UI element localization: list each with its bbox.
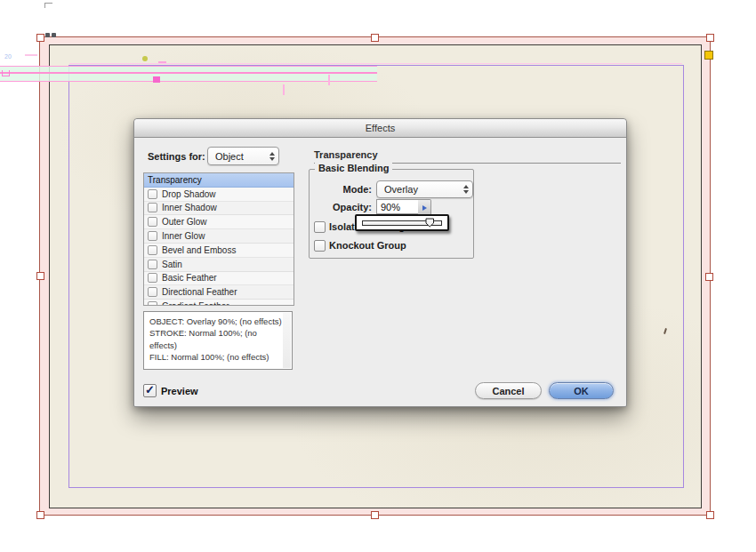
handle-bottom-right[interactable] [706, 511, 714, 519]
opacity-slider-knob[interactable] [425, 218, 435, 228]
guide-mark [283, 84, 285, 95]
handle-middle-right[interactable] [705, 273, 713, 281]
effect-checkbox[interactable] [148, 217, 157, 227]
isolate-blending-checkbox[interactable] [314, 221, 326, 233]
mode-value: Overlay [384, 184, 418, 195]
handle-top-center[interactable] [371, 34, 379, 42]
effects-list-item[interactable]: Gradient Feather [144, 300, 294, 306]
effect-checkbox[interactable] [148, 245, 157, 255]
dialog-title: Effects [366, 123, 395, 133]
settings-for-value: Object [215, 151, 244, 162]
effect-label: Inner Shadow [162, 203, 217, 212]
handle-top-right[interactable] [706, 34, 714, 42]
guide-mark [2, 70, 10, 76]
effects-list-item[interactable]: Satin [144, 258, 294, 272]
effect-label: Gradient Feather [162, 301, 229, 306]
arrow-right-icon [422, 205, 427, 211]
dialog-titlebar[interactable]: Effects [134, 119, 626, 138]
effect-label: Basic Feather [162, 273, 217, 283]
ok-button[interactable]: OK [549, 382, 614, 399]
effect-checkbox[interactable] [148, 301, 157, 306]
effect-label: Drop Shadow [162, 189, 216, 199]
guide-line [0, 81, 377, 82]
guide-line [0, 66, 377, 67]
cancel-button-label: Cancel [492, 386, 524, 396]
guide-mark [158, 61, 166, 63]
scrollbar-track[interactable] [283, 313, 291, 368]
corner-edit-handle[interactable] [704, 51, 713, 60]
cancel-button[interactable]: Cancel [475, 382, 542, 399]
handle-bottom-left[interactable] [36, 511, 44, 519]
guide-mark [153, 76, 160, 83]
mode-label: Mode: [314, 184, 372, 195]
effects-list-item[interactable]: Basic Feather [144, 272, 294, 286]
effects-list-item[interactable]: Inner Shadow [144, 202, 294, 216]
stepper-icon [463, 185, 469, 194]
effect-label: Directional Feather [162, 287, 237, 297]
settings-for-dropdown[interactable]: Object [207, 147, 279, 165]
guide-halo-line [69, 63, 682, 64]
effect-label: Satin [162, 260, 182, 269]
effect-checkbox[interactable] [148, 287, 157, 297]
effect-checkbox[interactable] [148, 203, 157, 212]
ruler-artifact: 20 [4, 53, 12, 60]
effect-label: Bevel and Emboss [162, 245, 236, 255]
summary-line: OBJECT: Overlay 90%; (no effects) [149, 316, 286, 327]
preview-label: Preview [161, 386, 198, 396]
effects-list-item[interactable]: Transparency [144, 173, 294, 188]
effects-summary-box: OBJECT: Overlay 90%; (no effects)STROKE:… [143, 311, 293, 370]
opacity-label: Opacity: [314, 202, 372, 212]
guide-line [0, 72, 377, 74]
effect-checkbox[interactable] [148, 273, 157, 283]
opacity-slider-popover [355, 214, 449, 231]
effect-checkbox[interactable] [148, 231, 157, 241]
preview-checkbox[interactable]: ✓ [143, 384, 157, 397]
effect-label: Inner Glow [162, 231, 205, 241]
basic-blending-legend: Basic Blending [315, 163, 392, 173]
effects-list-item[interactable]: Drop Shadow [144, 188, 294, 202]
effect-label: Outer Glow [162, 217, 207, 227]
effect-label: Transparency [148, 175, 202, 185]
knockout-group-label: Knockout Group [329, 240, 406, 251]
effects-list-item[interactable]: Directional Feather [144, 285, 294, 300]
guide-mark [25, 54, 37, 56]
summary-line: STROKE: Normal 100%; (no effects) [149, 327, 286, 351]
effects-list-item[interactable]: Inner Glow [144, 229, 294, 244]
guide-mint-band [0, 67, 377, 82]
handle-bottom-center[interactable] [371, 511, 379, 519]
effect-checkbox[interactable] [148, 189, 157, 199]
panel-heading: Transparency [314, 149, 378, 160]
checkmark-icon: ✓ [145, 384, 155, 396]
transform-anchor-icon [45, 33, 56, 37]
knockout-group-checkbox[interactable] [314, 240, 326, 252]
opacity-input[interactable] [376, 199, 422, 214]
effects-list: TransparencyDrop ShadowInner ShadowOuter… [143, 172, 294, 306]
guide-mark [142, 56, 148, 61]
document-canvas: 20 Effects Settings for: Object Transpar… [0, 0, 756, 552]
effects-list-item[interactable]: Outer Glow [144, 215, 294, 229]
effects-dialog: Effects Settings for: Object Transparenc… [133, 118, 627, 407]
effect-checkbox[interactable] [148, 260, 157, 269]
ruler-corner-mark [44, 3, 52, 8]
effects-list-item[interactable]: Bevel and Emboss [144, 244, 294, 258]
settings-for-label: Settings for: [148, 151, 205, 162]
handle-middle-left[interactable] [36, 272, 44, 280]
mode-dropdown[interactable]: Overlay [376, 180, 473, 198]
guide-mark [328, 75, 330, 85]
handle-top-left[interactable] [36, 34, 44, 42]
ok-button-label: OK [574, 386, 589, 396]
stepper-icon [269, 152, 275, 161]
summary-line: FILL: Normal 100%; (no effects) [149, 351, 286, 363]
